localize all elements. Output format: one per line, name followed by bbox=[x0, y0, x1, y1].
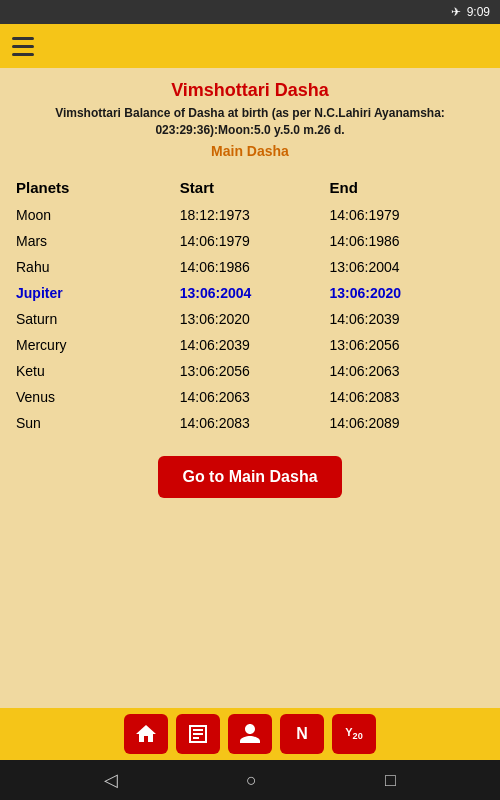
end-cell: 14:06:1979 bbox=[330, 202, 484, 228]
col-header-planets: Planets bbox=[16, 175, 180, 202]
nav-y20-button[interactable]: Y20 bbox=[332, 714, 376, 754]
home-icon bbox=[134, 722, 158, 746]
n-label: N bbox=[296, 725, 308, 743]
y20-label: Y20 bbox=[345, 726, 363, 741]
planet-cell: Saturn bbox=[16, 306, 180, 332]
start-cell: 14:06:1979 bbox=[180, 228, 330, 254]
nav-n-button[interactable]: N bbox=[280, 714, 324, 754]
start-cell: 14:06:1986 bbox=[180, 254, 330, 280]
planet-cell: Ketu bbox=[16, 358, 180, 384]
table-row: Jupiter13:06:200413:06:2020 bbox=[16, 280, 484, 306]
table-row: Mercury14:06:203913:06:2056 bbox=[16, 332, 484, 358]
button-container: Go to Main Dasha bbox=[16, 456, 484, 498]
main-dasha-link[interactable]: Main Dasha bbox=[16, 143, 484, 159]
table-row: Ketu13:06:205614:06:2063 bbox=[16, 358, 484, 384]
planet-cell: Mars bbox=[16, 228, 180, 254]
android-navigation: ◁ ○ □ bbox=[0, 760, 500, 800]
person-icon bbox=[238, 722, 262, 746]
table-row: Rahu14:06:198613:06:2004 bbox=[16, 254, 484, 280]
end-cell: 13:06:2056 bbox=[330, 332, 484, 358]
planet-cell: Rahu bbox=[16, 254, 180, 280]
table-row: Saturn13:06:202014:06:2039 bbox=[16, 306, 484, 332]
start-cell: 13:06:2004 bbox=[180, 280, 330, 306]
chart-icon bbox=[186, 722, 210, 746]
table-row: Mars14:06:197914:06:1986 bbox=[16, 228, 484, 254]
planet-cell: Jupiter bbox=[16, 280, 180, 306]
android-back-button[interactable]: ◁ bbox=[104, 769, 118, 791]
start-cell: 18:12:1973 bbox=[180, 202, 330, 228]
menu-button[interactable] bbox=[12, 32, 40, 60]
nav-home-button[interactable] bbox=[124, 714, 168, 754]
main-content: Vimshottari Dasha Vimshottari Balance of… bbox=[0, 68, 500, 510]
go-to-main-dasha-button[interactable]: Go to Main Dasha bbox=[158, 456, 341, 498]
col-header-end: End bbox=[330, 175, 484, 202]
start-cell: 14:06:2063 bbox=[180, 384, 330, 410]
col-header-start: Start bbox=[180, 175, 330, 202]
end-cell: 13:06:2020 bbox=[330, 280, 484, 306]
status-time: 9:09 bbox=[467, 5, 490, 19]
table-row: Moon18:12:197314:06:1979 bbox=[16, 202, 484, 228]
end-cell: 14:06:2083 bbox=[330, 384, 484, 410]
end-cell: 14:06:2039 bbox=[330, 306, 484, 332]
android-home-button[interactable]: ○ bbox=[246, 770, 257, 791]
end-cell: 14:06:2063 bbox=[330, 358, 484, 384]
start-cell: 14:06:2083 bbox=[180, 410, 330, 436]
dasha-table: Planets Start End Moon18:12:197314:06:19… bbox=[16, 175, 484, 436]
start-cell: 13:06:2020 bbox=[180, 306, 330, 332]
status-bar: ✈ 9:09 bbox=[0, 0, 500, 24]
end-cell: 14:06:2089 bbox=[330, 410, 484, 436]
page-title: Vimshottari Dasha bbox=[16, 80, 484, 101]
bottom-navigation: N Y20 bbox=[0, 708, 500, 760]
table-row: Sun14:06:208314:06:2089 bbox=[16, 410, 484, 436]
end-cell: 14:06:1986 bbox=[330, 228, 484, 254]
subtitle: Vimshottari Balance of Dasha at birth (a… bbox=[16, 105, 484, 139]
status-icons: ✈ bbox=[451, 5, 461, 19]
planet-cell: Mercury bbox=[16, 332, 180, 358]
planet-cell: Venus bbox=[16, 384, 180, 410]
start-cell: 14:06:2039 bbox=[180, 332, 330, 358]
planet-cell: Moon bbox=[16, 202, 180, 228]
planet-cell: Sun bbox=[16, 410, 180, 436]
nav-person-button[interactable] bbox=[228, 714, 272, 754]
nav-chart-button[interactable] bbox=[176, 714, 220, 754]
toolbar bbox=[0, 24, 500, 68]
android-recent-button[interactable]: □ bbox=[385, 770, 396, 791]
table-row: Venus14:06:206314:06:2083 bbox=[16, 384, 484, 410]
end-cell: 13:06:2004 bbox=[330, 254, 484, 280]
start-cell: 13:06:2056 bbox=[180, 358, 330, 384]
